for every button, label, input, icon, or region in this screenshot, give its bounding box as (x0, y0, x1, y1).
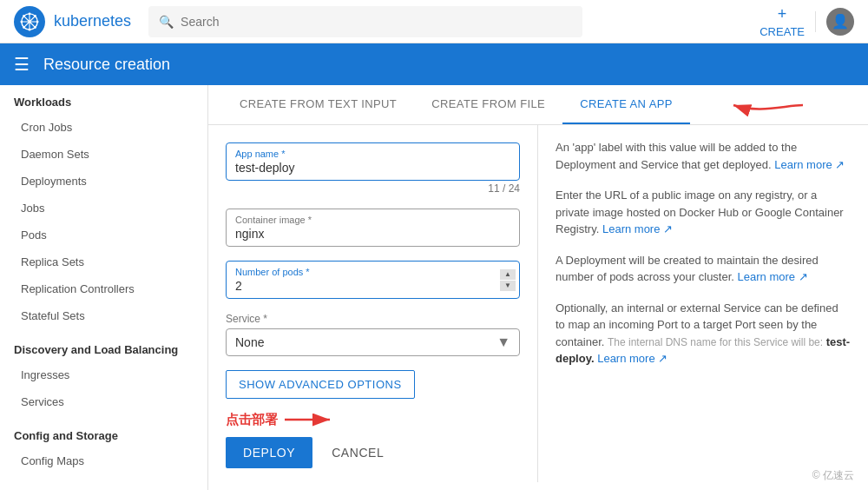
search-icon: 🔍 (159, 15, 174, 29)
pods-label: Number of pods * (235, 267, 500, 277)
tab-create-an-app[interactable]: CREATE AN APP (562, 85, 690, 124)
show-advanced-options-button[interactable]: SHOW ADVANCED OPTIONS (226, 370, 415, 399)
tabs-row: CREATE FROM TEXT INPUT CREATE FROM FILE … (208, 85, 868, 125)
pods-container: Number of pods * ▲ ▼ (226, 261, 520, 299)
panel-area: App name * 11 / 24 Container image * (208, 125, 868, 482)
info-link-1[interactable]: Learn more ↗ (774, 158, 845, 171)
pods-increment-button[interactable]: ▲ (500, 269, 516, 280)
service-value: None (235, 335, 496, 349)
info-panel: An 'app' label with this value will be a… (538, 125, 868, 482)
pods-field: Number of pods * ▲ ▼ (226, 261, 520, 299)
top-navigation: kubernetes 🔍 + CREATE 👤 (0, 0, 868, 43)
deploy-cancel-row: DEPLOY CANCEL (226, 437, 520, 468)
service-dropdown[interactable]: None ▼ (226, 328, 520, 356)
tab-create-from-file[interactable]: CREATE FROM FILE (414, 85, 562, 124)
service-label: Service * (226, 313, 520, 325)
user-icon: 👤 (832, 13, 849, 30)
plus-icon: + (778, 5, 787, 23)
info-link-4[interactable]: Learn more ↗ (597, 352, 667, 365)
sidebar-item-pods[interactable]: Pods (0, 222, 207, 248)
service-dropdown-icon: ▼ (496, 334, 510, 350)
kubernetes-logo-icon (14, 6, 45, 37)
chinese-annotation-text: 点击部署 (226, 412, 278, 428)
app-name-counter: 11 / 24 (226, 182, 520, 195)
info-link-3[interactable]: Learn more ↗ (738, 270, 808, 283)
sidebar-item-jobs[interactable]: Jobs (0, 195, 207, 222)
pods-decrement-button[interactable]: ▼ (500, 281, 516, 291)
app-name-field: App name * 11 / 24 (226, 142, 520, 195)
page-title: Resource creation (43, 56, 170, 74)
search-input[interactable] (181, 15, 572, 29)
pods-spinner: ▲ ▼ (500, 269, 516, 291)
container-image-label: Container image * (235, 215, 510, 225)
hamburger-menu-icon[interactable]: ☰ (14, 54, 30, 75)
container-image-input[interactable] (235, 227, 510, 241)
app-name-container: App name * (226, 142, 520, 181)
sidebar-item-services[interactable]: Services (0, 388, 207, 415)
svg-point-7 (34, 15, 36, 17)
info-text-4: Optionally, an internal or external Serv… (556, 300, 851, 368)
pods-input[interactable] (235, 279, 500, 293)
create-top-label: CREATE (760, 25, 805, 38)
app-logo: kubernetes (14, 6, 131, 37)
create-top-button[interactable]: + CREATE (760, 5, 805, 38)
advanced-options-row: SHOW ADVANCED OPTIONS (226, 370, 520, 399)
deploy-annotation: 点击部署 (226, 409, 520, 430)
svg-point-6 (34, 26, 36, 29)
top-nav-right: + CREATE 👤 (760, 5, 854, 38)
container-image-field: Container image * (226, 209, 520, 247)
deploy-row-wrapper: 点击部署 DEPLOY CANCEL (226, 409, 520, 468)
svg-point-1 (29, 12, 31, 15)
svg-point-2 (29, 28, 31, 30)
sidebar-item-cron-jobs[interactable]: Cron Jobs (0, 114, 207, 141)
container-image-container: Container image * (226, 209, 520, 247)
service-field: Service * None ▼ (226, 313, 520, 356)
app-name-label: kubernetes (54, 12, 131, 30)
info-link-2[interactable]: Learn more ↗ (602, 222, 673, 235)
deploy-arrow-icon (285, 409, 337, 430)
svg-point-5 (23, 15, 25, 17)
deploy-button[interactable]: DEPLOY (226, 437, 312, 468)
avatar[interactable]: 👤 (826, 8, 854, 36)
app-name-label: App name * (235, 149, 510, 159)
sidebar-section-config: Config and Storage (0, 419, 207, 447)
sidebar: Workloads Cron Jobs Daemon Sets Deployme… (0, 85, 208, 490)
form-panel: App name * 11 / 24 Container image * (208, 125, 538, 482)
sidebar-item-replica-sets[interactable]: Replica Sets (0, 248, 207, 275)
svg-point-4 (36, 20, 39, 23)
info-text-3: A Deployment will be created to maintain… (556, 252, 851, 286)
sidebar-item-daemon-sets[interactable]: Daemon Sets (0, 141, 207, 168)
sidebar-section-workloads: Workloads (0, 85, 207, 114)
sidebar-item-ingresses[interactable]: Ingresses (0, 361, 207, 388)
sidebar-item-deployments[interactable]: Deployments (0, 168, 207, 195)
sidebar-item-replication-controllers[interactable]: Replication Controllers (0, 275, 207, 302)
nav-divider (815, 11, 816, 32)
svg-point-8 (23, 26, 25, 29)
tab-create-text-input[interactable]: CREATE FROM TEXT INPUT (222, 85, 414, 124)
tab-arrow-annotation (707, 89, 812, 121)
sidebar-item-config-maps[interactable]: Config Maps (0, 447, 207, 474)
sidebar-item-stateful-sets[interactable]: Stateful Sets (0, 302, 207, 329)
app-name-input[interactable] (235, 161, 510, 175)
svg-point-3 (20, 20, 23, 23)
app-header: ☰ Resource creation (0, 43, 868, 85)
cancel-button[interactable]: CANCEL (319, 437, 396, 468)
search-bar[interactable]: 🔍 (148, 6, 582, 37)
sidebar-section-discovery: Discovery and Load Balancing (0, 333, 207, 361)
info-text-2: Enter the URL of a public image on any r… (556, 187, 851, 238)
content-area: CREATE FROM TEXT INPUT CREATE FROM FILE … (208, 85, 868, 490)
watermark: © 亿速云 (812, 468, 854, 483)
info-text-1: An 'app' label with this value will be a… (556, 139, 851, 173)
main-body: Workloads Cron Jobs Daemon Sets Deployme… (0, 85, 868, 490)
